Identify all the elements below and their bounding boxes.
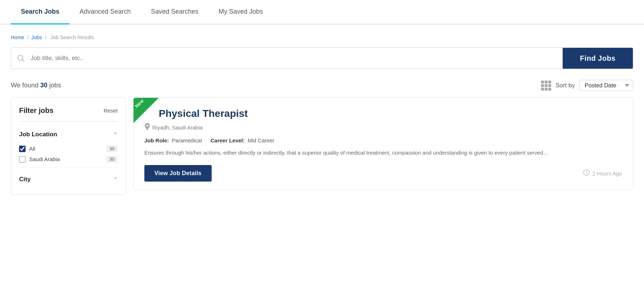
filter-title: Filter jobs [19, 106, 54, 115]
filter-label-saudi-arabia: Saudi Arabia [29, 156, 103, 162]
filter-section-divider [19, 168, 118, 168]
job-location: Riyadh, Saudi Arabia [144, 123, 622, 132]
job-location-chevron-icon: ⌃ [113, 131, 118, 138]
city-title: City [19, 176, 31, 183]
breadcrumb: Home / Jobs / Job Search Results [0, 24, 644, 44]
main-layout: Filter jobs Reset Job Location ⌃ All 30 … [0, 97, 644, 206]
tab-saved-searches[interactable]: Saved Searches [141, 0, 208, 24]
job-location-options: All 30 Saudi Arabia 30 [19, 145, 118, 163]
results-header: We found 30 jobs Sort by Posted Date Rel… [0, 76, 644, 97]
grid-view-icon[interactable] [541, 81, 551, 91]
filter-checkbox-all[interactable] [19, 146, 26, 152]
results-number: 30 [40, 82, 48, 89]
job-footer: View Job Details 2 Hours Ago [144, 165, 622, 182]
breadcrumb-jobs[interactable]: Jobs [31, 35, 42, 40]
filter-section-city[interactable]: City ⌃ [19, 173, 118, 186]
job-title: Physical Therapist [159, 108, 622, 119]
sort-label: Sort by [555, 82, 575, 89]
location-icon [144, 123, 150, 132]
filter-count-all: 30 [106, 145, 118, 152]
career-level-label: Career Level: [211, 137, 245, 143]
job-description: Ensures through his/her actions, either … [144, 149, 622, 157]
posted-time: 2 Hours Ago [583, 169, 622, 178]
filter-section-job-location[interactable]: Job Location ⌃ [19, 128, 118, 141]
breadcrumb-current: Job Search Results [50, 35, 94, 40]
job-list: New Physical Therapist Riyadh, Saudi Ara… [133, 97, 633, 195]
filter-sidebar: Filter jobs Reset Job Location ⌃ All 30 … [11, 97, 126, 195]
tab-my-saved-jobs[interactable]: My Saved Jobs [208, 0, 273, 24]
job-card: New Physical Therapist Riyadh, Saudi Ara… [133, 97, 633, 190]
search-input[interactable] [31, 48, 563, 69]
clock-icon [583, 169, 590, 178]
tab-advanced-search[interactable]: Advanced Search [69, 0, 141, 24]
tab-search-jobs[interactable]: Search Jobs [11, 0, 69, 24]
filter-option-saudi-arabia: Saudi Arabia 30 [19, 156, 118, 163]
search-bar: Find Jobs [11, 47, 633, 69]
results-count: We found 30 jobs [11, 82, 61, 89]
sort-select[interactable]: Posted Date Relevance Newest [579, 80, 633, 91]
filter-checkbox-saudi-arabia[interactable] [19, 156, 26, 163]
breadcrumb-home[interactable]: Home [11, 35, 24, 40]
svg-line-4 [586, 173, 588, 174]
reset-link[interactable]: Reset [104, 108, 118, 114]
view-job-details-button[interactable]: View Job Details [144, 165, 212, 182]
new-badge [134, 98, 159, 123]
find-jobs-button[interactable]: Find Jobs [563, 48, 633, 69]
filter-header: Filter jobs Reset [19, 106, 118, 115]
job-location-title: Job Location [19, 131, 57, 138]
job-role-label: Job Role: [144, 137, 169, 143]
filter-option-all: All 30 [19, 145, 118, 152]
job-meta: Job Role: Paramedical Career Level: Mid … [144, 137, 622, 143]
svg-line-1 [22, 60, 24, 61]
search-bar-section: Find Jobs [0, 44, 644, 76]
city-chevron-icon: ⌃ [113, 176, 118, 183]
career-level-value: Mid Career [248, 137, 274, 143]
filter-label-all: All [29, 146, 103, 152]
search-icon [11, 48, 31, 69]
job-role-value: Paramedical [172, 137, 202, 143]
nav-tabs: Search Jobs Advanced Search Saved Search… [0, 0, 644, 24]
posted-time-text: 2 Hours Ago [592, 170, 622, 177]
filter-divider [19, 121, 118, 122]
sort-section: Sort by Posted Date Relevance Newest [541, 80, 633, 91]
job-location-text: Riyadh, Saudi Arabia [152, 124, 203, 131]
filter-count-saudi-arabia: 30 [106, 156, 118, 163]
